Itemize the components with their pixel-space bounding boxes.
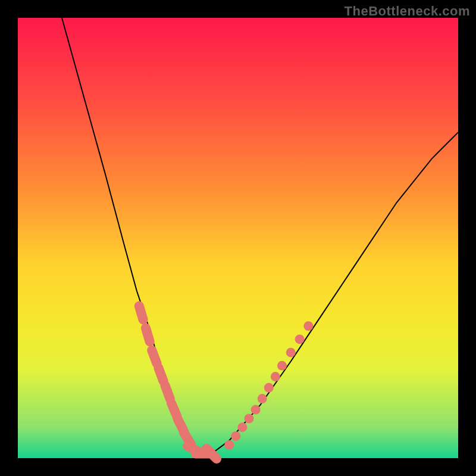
chart-gradient-area xyxy=(18,18,458,458)
watermark: TheBottleneck.com xyxy=(345,4,470,19)
